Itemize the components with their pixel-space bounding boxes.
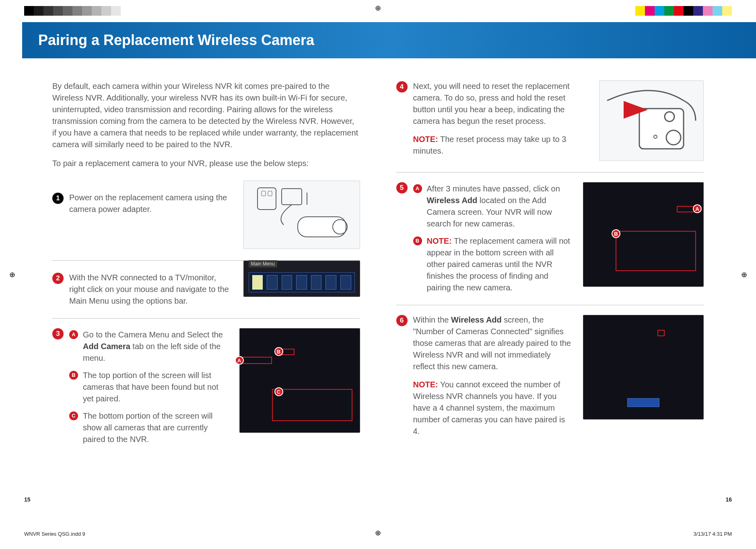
svg-rect-3 <box>282 189 302 205</box>
registration-mark-icon: ⊕ <box>740 271 748 279</box>
page-number-right: 16 <box>725 496 732 503</box>
step-1: 1 Power on the replacement camera using … <box>52 181 233 215</box>
main-menu-label: Main Menu <box>249 260 277 267</box>
step-3a-text: Go to the Camera Menu and Select the Add… <box>83 329 229 364</box>
callout-c-icon: C <box>274 387 283 396</box>
menu-item-icon <box>340 275 351 290</box>
exit-button-icon <box>627 398 659 407</box>
callout-a-icon: A <box>235 356 244 365</box>
indesign-slug: WNVR Series QSG.indd 9 <box>24 531 85 537</box>
camera-line-art-icon <box>249 185 354 245</box>
step-badge-4: 4 <box>396 81 408 93</box>
menu-item-icon <box>282 275 293 290</box>
menu-item-icon <box>267 275 278 290</box>
step-5: 5 A After 3 minutes have passed, click o… <box>396 173 573 294</box>
step-badge-1: 1 <box>52 193 64 204</box>
sub-badge-a: A <box>69 330 78 339</box>
step-badge-2: 2 <box>52 273 64 284</box>
menu-item-icon <box>311 275 322 290</box>
step-5a-text: After 3 minutes have passed, click on Wi… <box>427 183 573 230</box>
step-4: 4 Next, you will need to reset the repla… <box>396 80 589 157</box>
left-column: By default, each camera within your Wire… <box>52 80 360 485</box>
sub-badge-b: B <box>69 371 78 380</box>
step-4-text: Next, you will need to reset the replace… <box>413 82 570 125</box>
camera-reset-illustration <box>599 80 704 161</box>
svg-rect-1 <box>262 191 266 196</box>
svg-rect-2 <box>268 191 272 196</box>
right-column: 4 Next, you will need to reset the repla… <box>396 80 704 485</box>
menu-home-icon <box>252 275 263 290</box>
step-badge-3: 3 <box>52 328 64 339</box>
intro-subtext: To pair a replacement camera to your NVR… <box>52 158 360 169</box>
pairing-wifi-screenshot <box>583 315 704 419</box>
step-6-text: Within the Wireless Add screen, the "Num… <box>413 315 571 371</box>
camera-reset-icon <box>603 84 700 157</box>
page-title: Pairing a Replacement Wireless Camera <box>38 32 314 49</box>
step-badge-6: 6 <box>396 315 408 326</box>
sub-badge-c: C <box>69 411 78 420</box>
add-camera-screenshot: A B C <box>239 328 360 433</box>
callout-a-icon: A <box>693 204 702 213</box>
registration-mark-icon: ⊕ <box>374 4 382 12</box>
note-label: NOTE: <box>413 380 438 389</box>
callout-b-icon: B <box>612 229 620 238</box>
step-3: 3 A Go to the Camera Menu and Select the… <box>52 319 229 445</box>
page-number-left: 15 <box>24 496 31 503</box>
sub-badge-a: A <box>413 184 422 193</box>
registration-mark-icon: ⊕ <box>374 529 382 537</box>
menu-item-icon <box>325 275 336 290</box>
step-3b-text: The top portion of the screen will list … <box>83 370 229 405</box>
sub-badge-b: B <box>413 236 422 245</box>
note-label: NOTE: <box>413 135 438 144</box>
step-2-text: With the NVR connected to a TV/monitor, … <box>69 272 233 307</box>
menu-item-icon <box>296 275 307 290</box>
wireless-add-screenshot: A B <box>583 182 704 287</box>
step-3c-text: The bottom portion of the screen will sh… <box>83 410 229 445</box>
main-menu-screenshot: Main Menu <box>243 261 360 297</box>
step-5b-text: NOTE: The replacement camera will not ap… <box>427 235 573 294</box>
page-title-band: Pairing a Replacement Wireless Camera <box>22 22 756 58</box>
step-6: 6 Within the Wireless Add screen, the "N… <box>396 305 573 437</box>
camera-power-illustration <box>243 181 360 249</box>
step-1-text: Power on the replacement camera using th… <box>69 192 233 215</box>
reset-arrow-icon <box>624 101 648 119</box>
step-badge-5: 5 <box>396 182 408 193</box>
callout-b-icon: B <box>274 347 283 356</box>
indesign-timestamp: 3/13/17 4:31 PM <box>694 531 732 537</box>
registration-mark-icon: ⊕ <box>8 271 16 279</box>
step-2: 2 With the NVR connected to a TV/monitor… <box>52 261 233 307</box>
svg-rect-0 <box>257 188 276 210</box>
intro-paragraph: By default, each camera within your Wire… <box>52 80 360 150</box>
